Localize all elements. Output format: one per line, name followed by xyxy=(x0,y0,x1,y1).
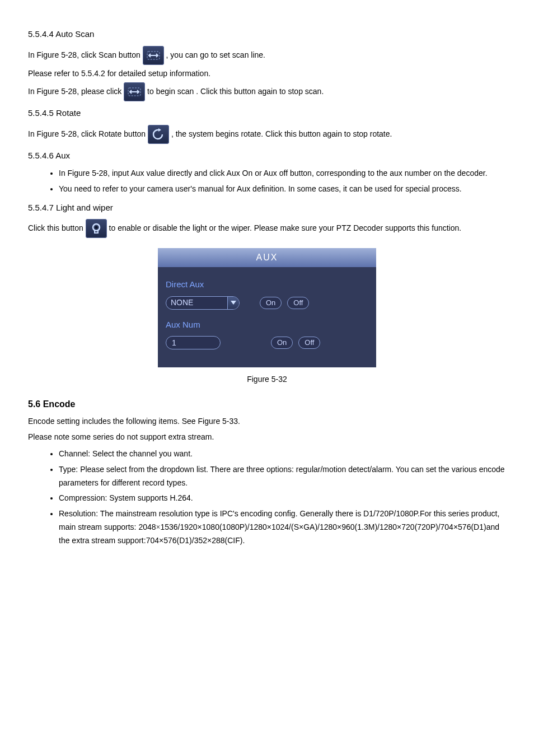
scan-icon xyxy=(143,46,164,65)
aux-bullet1: In Figure 5-28, input Aux value directly… xyxy=(59,167,506,180)
dropdown-icon[interactable] xyxy=(227,297,239,309)
light-suffix: to enable or disable the light or the wi… xyxy=(109,223,462,232)
encode-b4-mid: mainstream resolution type is IPC's enco… xyxy=(116,509,361,518)
aux-bullets: In Figure 5-28, input Aux value directly… xyxy=(28,167,506,196)
rotate-icon xyxy=(148,125,169,144)
section-autoscan-title: 5.5.4.4 Auto Scan xyxy=(28,27,506,41)
autoscan-start-suffix: to begin scan . Click this button again … xyxy=(147,87,324,96)
aux-dialog-title: AUX xyxy=(158,248,376,267)
direct-aux-label: Direct Aux xyxy=(166,277,368,292)
svg-point-5 xyxy=(95,226,97,229)
autoscan-start-prefix: In Figure 5-28, please click xyxy=(28,87,124,96)
autoscan-line1: In Figure 5-28, click Scan button , you … xyxy=(28,46,506,65)
aux-bullet2: You need to refer to your camera user's … xyxy=(59,183,506,196)
aux-dialog-body: Direct Aux NONE On Off Aux Num 1 On Off xyxy=(158,267,376,360)
aux-num-input[interactable]: 1 xyxy=(166,336,221,349)
encode-b4-prefix: Resolution: The xyxy=(59,509,116,518)
direct-aux-off-button[interactable]: Off xyxy=(287,297,309,309)
encode-heading: 5.6 Encode xyxy=(28,396,506,412)
rotate-suffix: , the system begins rotate. Click this b… xyxy=(171,129,392,138)
encode-b3: Compression: System supports H.264. xyxy=(59,492,506,505)
autoscan-text1: In Figure 5-28, click Scan button xyxy=(28,50,143,59)
section-aux-title: 5.5.4.6 Aux xyxy=(28,148,506,163)
encode-note: Please note some series do not support e… xyxy=(28,431,506,444)
aux-num-off-button[interactable]: Off xyxy=(298,337,320,349)
encode-intro: Encode setting includes the following it… xyxy=(28,415,506,428)
autoscan-text2: , you can go to set scan line. xyxy=(166,50,265,59)
light-line: Click this button to enable or disable t… xyxy=(28,219,506,238)
autoscan-start-line: In Figure 5-28, please click to begin sc… xyxy=(28,82,506,101)
aux-num-label: Aux Num xyxy=(166,318,368,332)
aux-num-row: 1 On Off xyxy=(166,336,368,349)
direct-aux-row: NONE On Off xyxy=(166,296,368,310)
rotate-prefix: In Figure 5-28, click Rotate button xyxy=(28,129,148,138)
direct-aux-value: NONE xyxy=(166,296,227,310)
section-rotate-title: 5.5.4.5 Rotate xyxy=(28,106,506,120)
encode-b2: Type: Please select from the dropdown li… xyxy=(59,463,506,490)
light-prefix: Click this button xyxy=(28,223,86,232)
rotate-line: In Figure 5-28, click Rotate button , th… xyxy=(28,125,506,144)
svg-marker-6 xyxy=(231,301,236,305)
direct-aux-on-button[interactable]: On xyxy=(260,297,282,309)
scan-begin-icon xyxy=(124,82,145,101)
light-icon xyxy=(86,219,107,238)
figure-caption: Figure 5-32 xyxy=(28,373,506,386)
encode-bullets: Channel: Select the channel you want. Ty… xyxy=(28,447,506,548)
aux-num-on-button[interactable]: On xyxy=(271,337,293,349)
autoscan-hint: Please refer to 5.5.4.2 for detailed set… xyxy=(28,67,506,81)
encode-b1: Channel: Select the channel you want. xyxy=(59,447,506,461)
section-light-title: 5.5.4.7 Light and wiper xyxy=(28,200,506,215)
aux-dialog: AUX Direct Aux NONE On Off Aux Num 1 On … xyxy=(158,248,376,367)
encode-b4: Resolution: The mainstream resolution ty… xyxy=(59,507,506,547)
direct-aux-select[interactable]: NONE xyxy=(166,296,240,310)
